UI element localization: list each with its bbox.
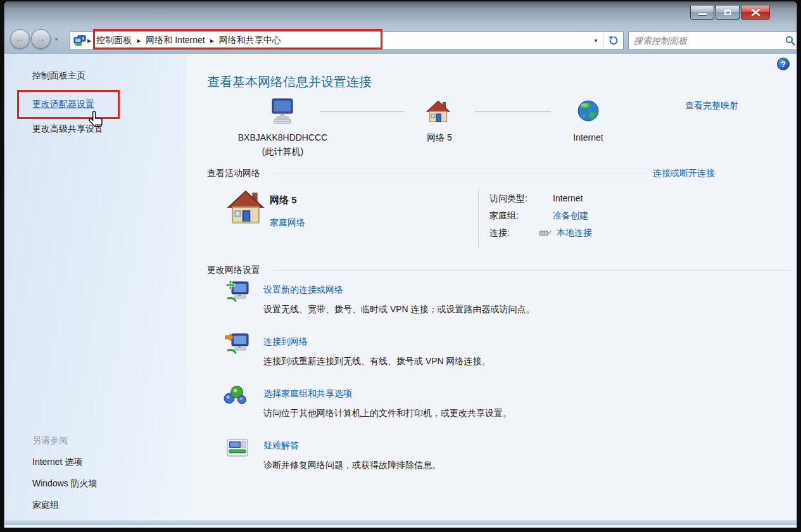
- view-full-map-link[interactable]: 查看完整映射: [685, 100, 738, 111]
- back-button[interactable]: ←: [10, 29, 30, 49]
- map-connector: [320, 111, 404, 113]
- computer-map-icon[interactable]: [268, 98, 297, 126]
- new-connection-icon[interactable]: [224, 279, 251, 305]
- forward-button[interactable]: →: [31, 29, 51, 49]
- help-icon[interactable]: ?: [777, 58, 790, 70]
- sidebar: 控制面板主页 更改适配器设置 更改高级共享设置 另请参阅 Internet 选项…: [5, 54, 186, 525]
- section-divider: [275, 174, 648, 174]
- minimize-icon: [698, 13, 707, 15]
- troubleshoot-link[interactable]: 疑难解答: [263, 440, 299, 452]
- homegroup-label: 家庭组:: [489, 210, 519, 222]
- explorer-window: ← → ▼ ▶ 控制面板 ▶ 网络和 Internet ▶ 网络和共享中心 ▼: [4, 1, 797, 528]
- maximize-button[interactable]: [716, 6, 740, 20]
- map-connector: [475, 111, 551, 113]
- section-divider: [273, 270, 791, 271]
- search-icon[interactable]: [785, 35, 795, 46]
- refresh-button[interactable]: [604, 35, 623, 46]
- home-network-icon[interactable]: [226, 189, 265, 225]
- breadcrumb-arrow-icon: ▶: [86, 38, 92, 44]
- homegroup-options-icon[interactable]: [223, 384, 247, 406]
- connect-disconnect-link[interactable]: 连接或断开连接: [653, 168, 715, 179]
- access-type-label: 访问类型:: [489, 193, 527, 205]
- connections-label: 连接:: [489, 227, 510, 239]
- maximize-icon: [724, 10, 731, 15]
- map-internet-label: Internet: [560, 132, 617, 142]
- refresh-icon: [609, 35, 619, 46]
- troubleshoot-desc: 诊断并修复网络问题，或获得故障排除信息。: [263, 460, 441, 471]
- homegroup-sharing-options-link[interactable]: 选择家庭组和共享选项: [263, 388, 352, 400]
- main-pane: ? 查看基本网络信息并设置连接: [186, 54, 797, 525]
- setup-new-connection-desc: 设置无线、宽带、拨号、临时或 VPN 连接；或设置路由器或访问点。: [263, 304, 535, 315]
- sidebar-item-control-panel-home[interactable]: 控制面板主页: [32, 70, 85, 82]
- sidebar-item-change-adapter-settings[interactable]: 更改适配器设置: [32, 99, 94, 110]
- local-connection-link[interactable]: 本地连接: [557, 227, 592, 239]
- access-type-value: Internet: [553, 193, 583, 203]
- connect-to-network-icon[interactable]: [224, 331, 251, 357]
- network-center-icon: [73, 35, 86, 46]
- address-dropdown-icon[interactable]: ▼: [588, 38, 603, 44]
- network-map-icon[interactable]: [426, 99, 451, 124]
- see-also-header: 另请参阅: [32, 435, 68, 446]
- page-title: 查看基本网络信息并设置连接: [207, 73, 372, 91]
- sidebar-item-advanced-sharing[interactable]: 更改高级共享设置: [32, 124, 103, 135]
- connect-to-network-desc: 连接到或重新连接到无线、有线、拨号或 VPN 网络连接。: [263, 356, 491, 367]
- homegroup-sharing-options-desc: 访问位于其他网络计算机上的文件和打印机，或更改共享设置。: [263, 408, 512, 419]
- nav-history-caret-icon[interactable]: ▼: [54, 37, 59, 42]
- close-icon: [752, 9, 760, 16]
- computer-name-label: BXBJAKK8HDDHCCC: [234, 132, 332, 142]
- window-controls: [689, 6, 770, 20]
- search-input[interactable]: [629, 35, 785, 46]
- breadcrumb-highlight-annotation: [93, 29, 382, 49]
- sidebar-item-internet-options[interactable]: Internet 选项: [32, 457, 82, 468]
- active-network-divider: [478, 188, 479, 248]
- troubleshoot-icon[interactable]: [227, 439, 248, 458]
- homegroup-ready-link[interactable]: 准备创建: [553, 210, 588, 222]
- active-networks-header: 查看活动网络: [207, 168, 260, 179]
- change-settings-header: 更改网络设置: [207, 265, 260, 276]
- window-bottom-border: [5, 520, 797, 525]
- map-network-label: 网络 5: [411, 132, 468, 144]
- close-button[interactable]: [741, 6, 770, 20]
- search-box: [628, 31, 797, 50]
- connect-to-network-link[interactable]: 连接到网络: [263, 336, 308, 348]
- minimize-button[interactable]: [690, 6, 714, 20]
- home-network-category-link[interactable]: 家庭网络: [270, 217, 305, 229]
- ethernet-icon: [539, 229, 552, 238]
- computer-sublabel: (此计算机): [234, 146, 332, 158]
- sidebar-item-windows-firewall[interactable]: Windows 防火墙: [32, 478, 98, 490]
- active-network-name: 网络 5: [270, 194, 297, 206]
- setup-new-connection-link[interactable]: 设置新的连接或网络: [263, 284, 343, 296]
- sidebar-item-homegroup[interactable]: 家庭组: [32, 500, 59, 511]
- internet-globe-icon[interactable]: [577, 99, 600, 122]
